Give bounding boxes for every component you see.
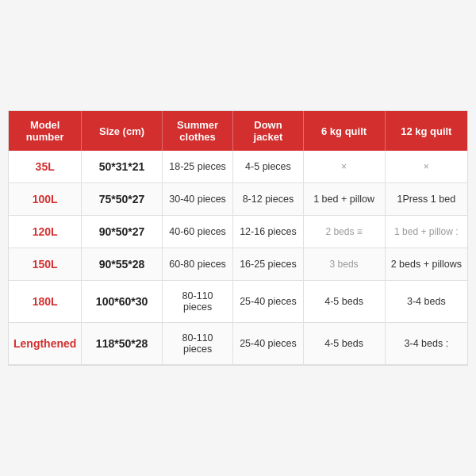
cell-12kg: 3-4 beds xyxy=(385,281,467,323)
cell-model: 120L xyxy=(9,216,82,248)
cell-size: 75*50*27 xyxy=(82,183,162,216)
cell-12kg: × xyxy=(385,151,467,183)
cell-model: 180L xyxy=(9,281,82,323)
cell-down: 4-5 pieces xyxy=(233,151,303,183)
col-header-summer: Summer clothes xyxy=(162,111,233,151)
cell-size: 50*31*21 xyxy=(82,151,162,183)
cell-6kg: 4-5 beds xyxy=(303,323,385,365)
cell-size: 118*50*28 xyxy=(82,323,162,365)
cell-summer: 80-110 pieces xyxy=(162,281,233,323)
col-header-down: Down jacket xyxy=(233,111,303,151)
cell-6kg: 3 beds xyxy=(303,248,385,281)
cell-6kg: × xyxy=(303,151,385,183)
cell-summer: 30-40 pieces xyxy=(162,183,233,216)
cell-summer: 60-80 pieces xyxy=(162,248,233,281)
table-row: 180L100*60*3080-110 pieces25-40 pieces4-… xyxy=(9,281,467,323)
cell-model: Lengthened xyxy=(9,323,82,365)
cell-model: 150L xyxy=(9,248,82,281)
table-row: 35L50*31*2118-25 pieces4-5 pieces×× xyxy=(9,151,467,183)
cell-12kg: 2 beds + pillows xyxy=(385,248,467,281)
cell-down: 25-40 pieces xyxy=(233,323,303,365)
cell-size: 90*55*28 xyxy=(82,248,162,281)
cell-summer: 80-110 pieces xyxy=(162,323,233,365)
cell-size: 100*60*30 xyxy=(82,281,162,323)
table-row: 150L90*55*2860-80 pieces16-25 pieces3 be… xyxy=(9,248,467,281)
cell-down: 8-12 pieces xyxy=(233,183,303,216)
cell-down: 12-16 pieces xyxy=(233,216,303,248)
table-row: Lengthened118*50*2880-110 pieces25-40 pi… xyxy=(9,323,467,365)
table-row: 100L75*50*2730-40 pieces8-12 pieces1 bed… xyxy=(9,183,467,216)
cell-6kg: 1 bed + pillow xyxy=(303,183,385,216)
cell-6kg: 4-5 beds xyxy=(303,281,385,323)
cell-model: 100L xyxy=(9,183,82,216)
product-table: Model number Size (cm) Summer clothes Do… xyxy=(9,111,467,365)
cell-12kg: 1Press 1 bed xyxy=(385,183,467,216)
cell-summer: 18-25 pieces xyxy=(162,151,233,183)
table-header-row: Model number Size (cm) Summer clothes Do… xyxy=(9,111,467,151)
cell-down: 16-25 pieces xyxy=(233,248,303,281)
cell-12kg: 3-4 beds : xyxy=(385,323,467,365)
cell-size: 90*50*27 xyxy=(82,216,162,248)
col-header-6kg: 6 kg quilt xyxy=(303,111,385,151)
cell-summer: 40-60 pieces xyxy=(162,216,233,248)
cell-6kg: 2 beds ≡ xyxy=(303,216,385,248)
cell-model: 35L xyxy=(9,151,82,183)
table-row: 120L90*50*2740-60 pieces12-16 pieces2 be… xyxy=(9,216,467,248)
col-header-size: Size (cm) xyxy=(82,111,162,151)
col-header-model: Model number xyxy=(9,111,82,151)
col-header-12kg: 12 kg quilt xyxy=(385,111,467,151)
cell-12kg: 1 bed + pillow : xyxy=(385,216,467,248)
cell-down: 25-40 pieces xyxy=(233,281,303,323)
product-table-wrapper: Model number Size (cm) Summer clothes Do… xyxy=(8,110,468,366)
